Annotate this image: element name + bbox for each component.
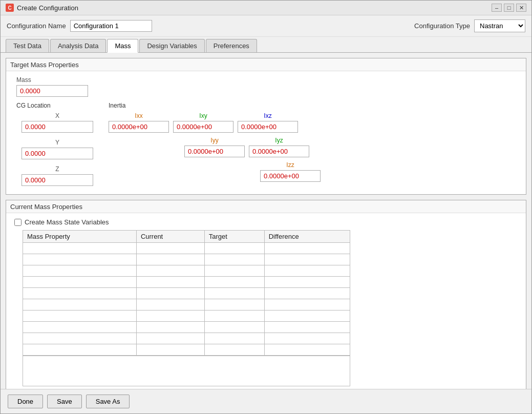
table-cell <box>23 322 137 333</box>
table-cell <box>264 344 350 356</box>
table-cell <box>136 277 204 288</box>
header-left: Configuration Name <box>7 20 152 32</box>
tab-analysis-data[interactable]: Analysis Data <box>50 39 106 52</box>
col-mass-property: Mass Property <box>23 231 137 243</box>
checkbox-label[interactable]: Create Mass State Variables <box>25 218 109 226</box>
table-cell <box>204 299 264 310</box>
iyy-col: Iyy <box>184 137 245 157</box>
table-row <box>23 254 350 265</box>
tab-mass[interactable]: Mass <box>107 39 138 53</box>
target-mass-section: Target Mass Properties Mass CG Location <box>6 58 526 195</box>
izz-input[interactable] <box>260 170 321 182</box>
inertia-rows: Ixx Ixy Ixz <box>109 112 516 182</box>
footer: Done Save Save As <box>1 389 531 413</box>
table-cell <box>204 265 264 277</box>
tab-preferences[interactable]: Preferences <box>206 39 257 52</box>
config-type-select[interactable]: Nastran Abaqus ANSYS <box>474 19 525 32</box>
tab-test-data[interactable]: Test Data <box>6 39 49 52</box>
header-right: Configuration Type Nastran Abaqus ANSYS <box>414 19 525 32</box>
table-cell <box>136 265 204 277</box>
inertia-row-2: Iyy Iyz <box>109 137 516 157</box>
table-cell <box>23 288 137 299</box>
ixy-label: Ixy <box>199 112 207 119</box>
minimize-button[interactable]: – <box>492 4 502 12</box>
iyy-label: Iyy <box>210 137 218 144</box>
table-cell <box>136 243 204 254</box>
table-cell <box>204 344 264 356</box>
col-current: Current <box>136 231 204 243</box>
table-cell <box>136 344 204 356</box>
close-button[interactable]: ✕ <box>516 4 526 12</box>
save-as-button[interactable]: Save As <box>86 395 130 408</box>
table-row <box>23 243 350 254</box>
current-mass-section: Current Mass Properties Create Mass Stat… <box>6 200 526 389</box>
ixy-input[interactable] <box>173 121 233 133</box>
checkbox-row: Create Mass State Variables <box>14 218 518 226</box>
app-icon: C <box>6 4 14 12</box>
done-button[interactable]: Done <box>8 395 43 408</box>
iyz-col: Iyz <box>249 137 309 157</box>
tabs-bar: Test Data Analysis Data Mass Design Vari… <box>1 37 531 53</box>
current-mass-body: Create Mass State Variables Mass Propert… <box>6 213 526 389</box>
table-cell <box>136 299 204 310</box>
header-bar: Configuration Name Configuration Type Na… <box>1 15 531 37</box>
main-window: C Create Configuration – □ ✕ Configurati… <box>0 0 532 414</box>
table-cell <box>264 299 350 310</box>
config-type-label: Configuration Type <box>414 22 470 30</box>
tab-design-variables[interactable]: Design Variables <box>139 39 204 52</box>
iyz-input[interactable] <box>249 146 309 157</box>
target-mass-body: Mass CG Location X <box>6 71 526 194</box>
title-bar-controls: – □ ✕ <box>492 4 526 12</box>
title-bar: C Create Configuration – □ ✕ <box>1 1 531 15</box>
table-cell <box>204 322 264 333</box>
table-cell <box>204 277 264 288</box>
mass-label: Mass <box>16 76 516 84</box>
table-cell <box>136 310 204 322</box>
table-row <box>23 265 350 277</box>
table-cell <box>23 310 137 322</box>
table-cell <box>264 310 350 322</box>
cg-location-label: CG Location <box>16 102 98 109</box>
iyy-input[interactable] <box>184 146 245 157</box>
table-cell <box>23 254 137 265</box>
ixy-col: Ixy <box>173 112 233 133</box>
table-cell <box>23 344 137 356</box>
config-name-input[interactable] <box>70 20 152 32</box>
table-cell <box>136 254 204 265</box>
table-row <box>23 344 350 356</box>
cg-z-input[interactable] <box>22 174 93 186</box>
cg-z-row: Z <box>16 165 98 186</box>
inertia-block: Inertia Ixx Ixy <box>109 102 516 186</box>
xyz-rows: X Y Z <box>16 112 98 186</box>
table-row <box>23 310 350 322</box>
ixz-input[interactable] <box>238 121 298 133</box>
table-cell <box>264 288 350 299</box>
cg-y-input[interactable] <box>22 148 93 159</box>
inertia-row-3: Izz <box>109 161 516 182</box>
x-axis-label: X <box>55 112 59 119</box>
ixx-col: Ixx <box>109 112 169 133</box>
table-cell <box>23 299 137 310</box>
table-cell <box>23 243 137 254</box>
inertia-label: Inertia <box>109 102 516 109</box>
maximize-button[interactable]: □ <box>504 4 514 12</box>
inertia-row-1: Ixx Ixy Ixz <box>109 112 516 133</box>
table-cell <box>23 277 137 288</box>
table-row <box>23 299 350 310</box>
ixx-input[interactable] <box>109 121 169 133</box>
cg-block: CG Location X Y <box>16 102 98 186</box>
save-button[interactable]: Save <box>47 395 82 408</box>
mass-property-table: Mass Property Current Target Difference <box>23 230 350 356</box>
table-cell <box>204 243 264 254</box>
cg-x-input[interactable] <box>22 121 93 133</box>
config-name-label: Configuration Name <box>7 22 66 30</box>
window-title: Create Configuration <box>17 4 78 12</box>
table-row <box>23 288 350 299</box>
table-cell <box>264 322 350 333</box>
table-cell <box>264 254 350 265</box>
table-cell <box>23 265 137 277</box>
table-cell <box>136 322 204 333</box>
create-mass-state-checkbox[interactable] <box>14 219 22 226</box>
mass-input[interactable] <box>16 85 88 97</box>
col-difference: Difference <box>264 231 350 243</box>
